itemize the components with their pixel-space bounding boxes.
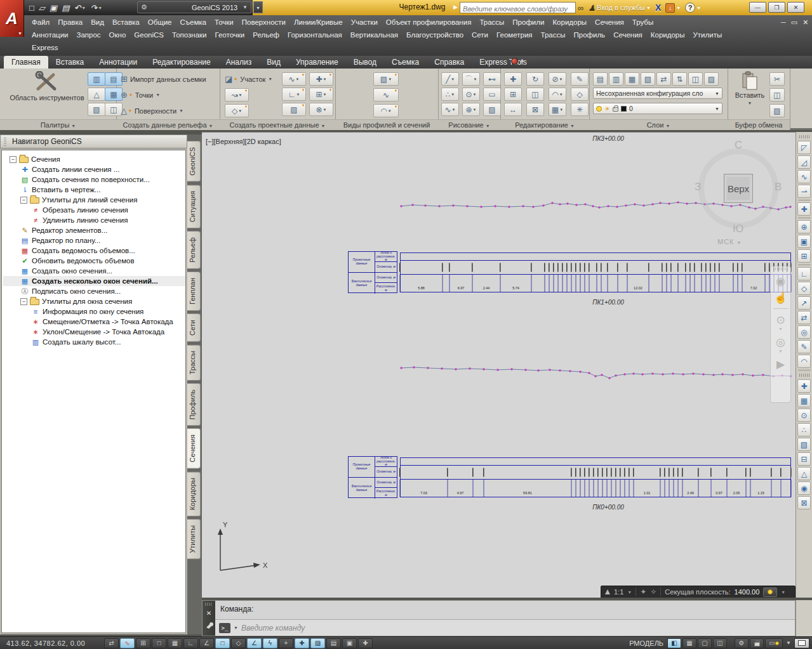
menu-item[interactable]: Express: [32, 41, 58, 54]
otrack-toggle[interactable]: ∠: [247, 638, 262, 648]
menu-item[interactable]: Файл: [32, 16, 50, 29]
menu-item[interactable]: Вертикальная: [350, 29, 398, 41]
layer-isolate-button[interactable]: ▦: [625, 72, 639, 86]
alignment-button[interactable]: ∿✦ ▼: [282, 72, 306, 86]
cut-plane-toggle[interactable]: [763, 587, 777, 597]
profile-view-button[interactable]: ▧✦ ▼: [373, 72, 399, 86]
tree-expander[interactable]: −: [10, 156, 17, 163]
model-space-label[interactable]: РМОДЕЛЬ: [629, 639, 663, 647]
showmotion-icon[interactable]: ▶: [776, 359, 785, 370]
clean-screen-button[interactable]: [794, 638, 809, 648]
toolbar-lock-button[interactable]: [750, 638, 764, 648]
menu-item[interactable]: Горизонтальная: [288, 29, 342, 41]
menu-item[interactable]: Благоустройство: [406, 29, 463, 41]
tree-item[interactable]: ✎ Редактор элементов...: [3, 225, 185, 235]
layout-button[interactable]: ▦: [682, 638, 696, 648]
ribbon-tab[interactable]: Анализ: [218, 56, 260, 69]
search-input[interactable]: [460, 4, 575, 14]
navigator-tab[interactable]: Коридоры: [187, 471, 201, 516]
tree-item[interactable]: ▦ Создать несколько окон сечений...: [3, 276, 185, 286]
menu-item[interactable]: Съемка: [180, 16, 206, 29]
insert-point-button[interactable]: ⊕: [797, 220, 811, 233]
command-input[interactable]: [241, 624, 791, 633]
arc-tool-button[interactable]: ◠: [797, 355, 811, 368]
polar-toggle[interactable]: ∠: [199, 638, 214, 648]
menu-item[interactable]: Точки: [215, 16, 234, 29]
chevron-down-icon[interactable]: ▼: [781, 590, 785, 594]
rectangle-button[interactable]: ▭▼: [483, 88, 501, 101]
viewcube-south[interactable]: Ю: [733, 223, 743, 235]
osnap-toggle[interactable]: □: [215, 638, 230, 648]
search-icon[interactable]: ∞: [578, 3, 583, 13]
layer-off-button[interactable]: ⇅: [672, 72, 687, 86]
section-slope-button[interactable]: ◿: [797, 155, 811, 169]
target-button[interactable]: ◎: [797, 325, 811, 339]
menu-item[interactable]: Сети: [472, 29, 488, 41]
tree-item[interactable]: − Сечения: [3, 154, 185, 164]
ribbon-tab[interactable]: Вывод: [346, 56, 384, 69]
toolbox-toggle[interactable]: ▦: [105, 88, 123, 101]
tree-item[interactable]: ∗ Смещение/Отметка -> Точка Автокада: [3, 317, 185, 327]
tree-item[interactable]: ≡ Информация по окну сечения: [3, 306, 185, 317]
section-move-button[interactable]: ✚: [797, 202, 811, 216]
exchange-apps-icon[interactable]: X: [655, 3, 661, 13]
points-button[interactable]: ⊕✦ Точки ▼: [121, 88, 206, 102]
navigator-tab[interactable]: Трассы: [187, 344, 201, 381]
round-tool-button[interactable]: ◉: [797, 482, 811, 495]
scale-button[interactable]: ⊠▼: [526, 103, 544, 116]
tool-palettes-toggle[interactable]: ▥: [88, 72, 105, 86]
panel-caption[interactable]: Создать данные рельефа▼: [116, 119, 220, 130]
array-button[interactable]: ▦▼: [549, 103, 566, 116]
cut-plane-value[interactable]: 1400.00: [735, 588, 760, 596]
drag-grip[interactable]: [4, 138, 6, 147]
status-bar-menu-icon[interactable]: ▼: [784, 640, 793, 646]
menu-item[interactable]: Коридоры: [552, 16, 587, 29]
corner-button[interactable]: ∟: [797, 267, 811, 280]
tree-item[interactable]: ∗ Уклон/Смещение -> Точка Автокада: [3, 327, 185, 337]
hatch-button[interactable]: ▨▼: [483, 103, 501, 116]
restore-drawing-button[interactable]: ▭: [791, 16, 797, 28]
workspace-switch-button[interactable]: ⚙: [735, 638, 749, 648]
tree-item[interactable]: ▤ Редактор по плану...: [3, 235, 185, 246]
parcel-button[interactable]: ◪✦ Участок ▼: [225, 72, 272, 86]
tree-item[interactable]: ▧ Создать сечения по поверхности...: [3, 174, 185, 185]
ribbon-tab[interactable]: Редактирование: [145, 56, 218, 69]
workspace-dropdown[interactable]: ⚙ GeoniCS 2013 ▼: [137, 1, 251, 13]
lineweight-toggle[interactable]: ✚: [295, 638, 309, 648]
transparency-toggle[interactable]: ▨: [310, 638, 325, 648]
menu-item[interactable]: Объект профилирования: [386, 16, 472, 29]
chevron-down-icon[interactable]: ▼: [778, 327, 783, 331]
drag-grip[interactable]: [775, 268, 787, 270]
diamond-button[interactable]: ◇: [797, 282, 811, 295]
chevron-down-icon[interactable]: ▼: [81, 6, 86, 10]
ucs-dropdown[interactable]: МСК▼: [717, 238, 742, 246]
move-scale-button[interactable]: ✚: [797, 379, 811, 393]
tree-expander[interactable]: −: [20, 197, 27, 204]
circle-tool-button[interactable]: ⊙: [797, 409, 811, 422]
menu-item[interactable]: Утилиты: [693, 29, 722, 41]
viewcube-top-face[interactable]: Верх: [724, 174, 753, 203]
menu-item[interactable]: Трассы: [479, 16, 504, 29]
move-button[interactable]: ✚▼: [504, 72, 522, 86]
model-space-button[interactable]: ◧: [667, 638, 681, 648]
layer-unisolate-button[interactable]: ▧: [641, 72, 655, 86]
edit-button[interactable]: ✎: [797, 340, 811, 353]
menu-item[interactable]: GeoniCS: [134, 29, 164, 41]
layer-dropdown[interactable]: ☀ 0 ▼: [593, 103, 722, 114]
panel-caption[interactable]: Создать проектные данные▼: [220, 119, 335, 130]
sheet-table-button[interactable]: ▦: [797, 394, 811, 407]
viewcube-east[interactable]: В: [775, 181, 782, 193]
annotation-monitor-button[interactable]: ▭: [765, 638, 783, 648]
plot-button[interactable]: ▤▼: [62, 3, 69, 13]
erase-button[interactable]: ✎▼: [571, 72, 589, 86]
new-file-button[interactable]: □▼: [29, 3, 34, 13]
menu-item[interactable]: Линии/Кривые: [294, 16, 343, 29]
close-icon[interactable]: ✕: [206, 610, 211, 617]
help-button[interactable]: ?▼: [685, 3, 701, 13]
section-pin-button[interactable]: ⇀: [797, 185, 811, 198]
panel-caption[interactable]: Слои▼: [589, 119, 728, 130]
minus-tool-button[interactable]: ⊟: [797, 452, 811, 466]
copy-clip-button[interactable]: ◫: [769, 88, 785, 102]
tree-item[interactable]: ✚ Создать линии сечения ...: [3, 164, 185, 174]
ribbon-tab[interactable]: Съемка: [384, 56, 427, 69]
